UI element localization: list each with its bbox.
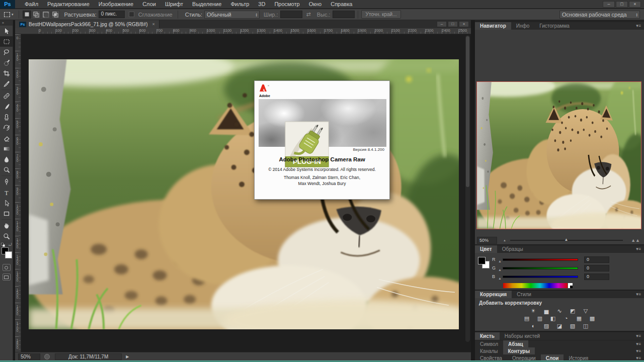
doc-maximize-button[interactable]: □	[448, 21, 458, 27]
blue-value-input[interactable]: 0	[584, 274, 609, 280]
navigator-zoom-input[interactable]: 50%	[477, 237, 497, 244]
antialias-checkbox[interactable]	[129, 12, 134, 17]
close-button[interactable]: ×	[629, 1, 641, 8]
adjustment-icon[interactable]: ▦	[575, 315, 584, 322]
vertical-scrollbar[interactable]	[465, 35, 470, 342]
green-value-input[interactable]: 0	[584, 265, 609, 272]
red-value-input[interactable]: 0	[584, 256, 609, 263]
pen-tool[interactable]	[0, 176, 13, 187]
panel-menu-icon[interactable]: ▾≡	[636, 347, 644, 355]
menu-item[interactable]: Просмотр	[270, 0, 304, 9]
adjustment-icon[interactable]: ◩	[569, 307, 577, 314]
panel-tab[interactable]: Образцы	[497, 245, 528, 253]
panel-tab[interactable]: Абзац	[503, 340, 528, 348]
quick-selection-tool[interactable]	[0, 57, 13, 68]
minimize-button[interactable]: –	[603, 1, 615, 8]
slider-thumb[interactable]: ▲	[565, 237, 569, 242]
tab-close-icon[interactable]: ×	[152, 22, 155, 27]
background-color-swatch[interactable]	[5, 251, 12, 258]
panel-tab[interactable]: Цвет	[475, 245, 497, 253]
panel-menu-icon[interactable]: ▾≡	[636, 332, 644, 340]
workspace-dropdown[interactable]: Основная рабочая среда ▴▾	[559, 11, 640, 19]
width-input[interactable]	[280, 11, 302, 18]
dodge-tool[interactable]	[0, 164, 13, 175]
adjustment-icon[interactable]: ◧	[549, 315, 557, 322]
menu-item[interactable]: Справка	[326, 0, 357, 9]
color-spectrum-ramp[interactable]	[503, 283, 568, 288]
panel-menu-icon[interactable]: ▾≡	[636, 291, 644, 298]
refine-edge-button[interactable]: Уточн. край...	[361, 10, 401, 19]
swap-colors-icon[interactable]: ⤾	[9, 242, 12, 247]
adjustment-icon[interactable]: ▅	[542, 307, 551, 314]
zoom-in-icon[interactable]: ▲▲	[631, 238, 640, 243]
lasso-tool[interactable]	[0, 47, 13, 57]
menu-item[interactable]: Файл	[20, 0, 43, 9]
restore-button[interactable]: □	[616, 1, 628, 8]
new-selection-button[interactable]	[23, 11, 31, 19]
rectangle-shape-tool[interactable]	[0, 208, 13, 219]
quick-mask-button[interactable]	[3, 264, 11, 271]
foreground-color-swatch[interactable]	[478, 257, 486, 264]
adjustment-icon[interactable]: ▧	[569, 322, 577, 329]
adjustment-icon[interactable]: ▤	[523, 315, 531, 322]
panel-tab[interactable]: Символ	[475, 340, 503, 348]
screen-mode-button[interactable]	[3, 274, 11, 281]
blur-tool[interactable]	[0, 154, 13, 164]
scrollbar-thumb[interactable]	[466, 36, 469, 187]
subtract-from-selection-button[interactable]	[42, 11, 50, 19]
toolbar-collapse-handle[interactable]: »	[0, 20, 13, 26]
blue-slider[interactable]	[503, 276, 578, 278]
style-dropdown[interactable]: Обычный ▴▾	[204, 11, 260, 19]
green-slider[interactable]	[503, 267, 578, 269]
slider-thumb[interactable]: ▲	[498, 277, 502, 280]
panel-menu-icon[interactable]: ▾≡	[636, 22, 644, 30]
panel-tab[interactable]: Наборы кистей	[500, 332, 545, 340]
tool-preset-picker[interactable]: ▾	[0, 12, 16, 17]
status-sync-icon[interactable]	[44, 354, 50, 359]
add-to-selection-button[interactable]	[32, 11, 41, 19]
navigator-proxy-view[interactable]	[476, 81, 641, 229]
zoom-out-icon[interactable]: ▲	[503, 239, 506, 242]
brush-tool[interactable]	[0, 101, 13, 112]
gradient-tool[interactable]	[0, 143, 13, 154]
menu-item[interactable]: Окно	[304, 0, 327, 9]
adjustment-icon[interactable]: ∿	[555, 307, 564, 314]
doc-close-button[interactable]: ×	[459, 21, 469, 27]
navigator-zoom-slider[interactable]: ▲	[510, 240, 623, 241]
menu-item[interactable]: 3D	[254, 0, 270, 9]
crop-tool[interactable]	[0, 68, 13, 78]
vertical-ruler[interactable]: 0100200300400500600700800900100011001200…	[15, 34, 21, 352]
feather-input[interactable]: 0 пикс.	[99, 11, 125, 18]
doc-minimize-button[interactable]: –	[437, 21, 447, 27]
adjustment-icon[interactable]: ▨	[542, 322, 551, 329]
status-zoom-input[interactable]: 50%	[18, 353, 40, 360]
menu-item[interactable]: Шрифт	[160, 0, 188, 9]
adjustment-icon[interactable]: ▩	[588, 315, 597, 322]
panel-tab[interactable]: Контуры	[503, 347, 535, 355]
menu-item[interactable]: Фильтр	[226, 0, 254, 9]
eraser-tool[interactable]	[0, 133, 13, 143]
panel-tab[interactable]: Навигатор	[475, 22, 511, 30]
adjustment-icon[interactable]: ▥	[536, 315, 544, 322]
type-tool[interactable]: T	[0, 187, 13, 198]
intersect-selection-button[interactable]	[51, 11, 60, 19]
panel-tab[interactable]: Стили	[512, 291, 536, 298]
path-selection-tool[interactable]	[0, 198, 13, 208]
hand-tool[interactable]	[0, 220, 13, 231]
default-colors-icon[interactable]	[1, 243, 5, 247]
menu-item[interactable]: Слои	[138, 0, 160, 9]
rectangular-marquee-tool[interactable]	[0, 36, 13, 47]
panel-tab[interactable]: Инфо	[511, 22, 535, 30]
horizontal-ruler[interactable]: 0100200300400500600700800900100011001200…	[15, 28, 471, 34]
menu-item[interactable]: Выделение	[188, 0, 226, 9]
height-input[interactable]	[333, 11, 355, 18]
clone-stamp-tool[interactable]	[0, 112, 13, 122]
panel-tab[interactable]: Гистограмма	[534, 22, 575, 30]
spot-healing-brush-tool[interactable]	[0, 90, 13, 101]
canvas-area[interactable]	[21, 34, 471, 352]
panel-tab[interactable]: Кисть	[475, 332, 500, 340]
menu-item[interactable]: Изображение	[94, 0, 138, 9]
document-tab[interactable]: Ps BestHDWallpapersPack966_71.jpg @ 50% …	[15, 20, 159, 28]
panel-tab[interactable]: Каналы	[475, 347, 503, 355]
adjustment-icon[interactable]: ☀	[529, 307, 538, 314]
